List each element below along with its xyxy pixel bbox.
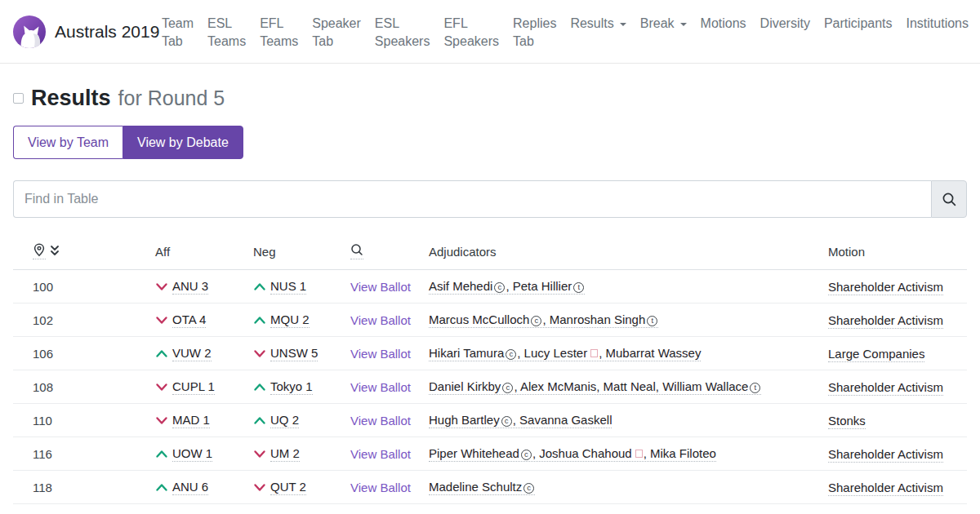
ballot-cell: View Ballot [350,481,429,494]
view-by-team-button[interactable]: View by Team [13,126,122,159]
tournament-title: Australs 2019 [55,22,159,42]
team-name[interactable]: CUPL 1 [172,379,215,395]
nav-item-break[interactable]: Break [640,15,687,33]
adjudicator-name[interactable]: Asif Mehedi [429,279,492,293]
motion-cell: Shareholder Activism [828,447,967,461]
nav-item-institutions[interactable]: Institutions [906,15,969,33]
adjudicators-cell: Hugh Bartleyc, Savanna Gaskell [429,413,828,427]
adjudicator-name[interactable]: Hugh Bartley [429,413,500,427]
caret-down-icon [620,23,626,26]
nav-item-participants[interactable]: Participants [824,15,893,33]
adjudicator-name[interactable]: Peta Hillier [513,279,572,293]
adjudicator-name[interactable]: Savanna Gaskell [519,413,612,427]
adjudicator-name[interactable]: Mubarrat Wassey [605,346,701,360]
view-ballot-link[interactable]: View Ballot [350,347,411,361]
view-ballot-link[interactable]: View Ballot [350,313,411,327]
team-name[interactable]: UM 2 [270,446,300,462]
view-ballot-link[interactable]: View Ballot [350,414,411,428]
nav-item-replies-tab[interactable]: Replies Tab [513,15,556,51]
team-name[interactable]: UQ 2 [270,413,299,428]
page-title-text: Results [31,86,111,111]
navbar: Australs 2019 Team TabESL TeamsEFL Teams… [0,0,980,64]
team-name[interactable]: Tokyo 1 [270,379,313,395]
adjudicator-name[interactable]: Hikari Tamura [429,346,504,360]
page-subtitle: for Round 5 [118,86,225,110]
adjudicator-name[interactable]: Mika Filoteo [650,446,716,460]
nav-item-speaker-tab[interactable]: Speaker Tab [312,15,361,51]
adjudicators-list[interactable]: Asif Mehedic, Peta Hilliert [429,279,585,295]
nav-item-results[interactable]: Results [570,15,626,33]
table-row: 106VUW 2UNSW 5View BallotHikari Tamurac,… [13,337,967,370]
adjudicators-list[interactable]: Hikari Tamurac, Lucy Lester, Mubarrat Wa… [429,346,701,361]
adjudicator-name[interactable]: Madeline Schultz [429,480,522,494]
adjudicator-name[interactable]: Manroshan Singh [550,312,646,326]
nav-item-motions[interactable]: Motions [701,15,746,33]
team-name[interactable]: VUW 2 [172,346,212,361]
motion-text[interactable]: Shareholder Activism [828,481,943,496]
motion-text[interactable]: Shareholder Activism [828,280,943,295]
debate-number: 116 [33,447,155,461]
motion-text[interactable]: Large Companies [828,347,924,362]
win-up-icon [253,383,266,392]
nav-item-efl-speakers[interactable]: EFL Speakers [443,15,499,51]
team-name[interactable]: UNSW 5 [270,346,318,361]
view-ballot-link[interactable]: View Ballot [350,481,411,494]
nav-item-esl-speakers[interactable]: ESL Speakers [375,15,430,51]
team-name[interactable]: UOW 1 [172,446,212,462]
team-name[interactable]: MQU 2 [270,312,310,328]
adjudicator-name[interactable]: Piper Whitehead [429,446,519,460]
motion-cell: Shareholder Activism [828,481,967,494]
team-name[interactable]: OTA 4 [172,312,206,328]
view-ballot-link[interactable]: View Ballot [350,447,411,461]
team-name[interactable]: NUS 1 [270,279,306,295]
aff-team-cell: CUPL 1 [155,379,253,395]
adjudicator-name[interactable]: William Wallace [662,379,748,393]
nav-item-diversity[interactable]: Diversity [760,15,810,33]
view-ballot-link[interactable]: View Ballot [350,280,411,294]
ballot-column-icon [350,243,363,259]
trainee-icon: t [573,282,584,293]
view-toggle-group: View by Team View by Debate [13,126,243,159]
team-name[interactable]: ANU 6 [172,480,208,495]
aff-team-cell: ANU 3 [155,279,253,295]
table-row: 118ANU 6QUT 2View BallotMadeline Schultz… [13,471,967,504]
team-name[interactable]: MAD 1 [172,413,210,428]
main-content: Results for Round 5 View by Team View by… [0,86,980,514]
table-row: 102OTA 4MQU 2View BallotMarcus McCulloch… [13,304,967,337]
page-title: Results for Round 5 [13,86,967,110]
adjudicator-name[interactable]: Alex McManis [520,379,596,393]
search-input[interactable] [13,180,931,218]
motion-text[interactable]: Shareholder Activism [828,313,943,329]
adjudicator-name[interactable]: Matt Neal [604,379,656,393]
adjudicators-list[interactable]: Hugh Bartleyc, Savanna Gaskell [429,413,612,428]
venue-pin-icon[interactable] [33,243,46,259]
brand-home-link[interactable]: Australs 2019 [13,0,159,63]
unknown-glyph-icon [635,450,643,458]
view-by-debate-button[interactable]: View by Debate [122,126,243,159]
chair-icon: c [494,282,505,293]
motion-text[interactable]: Shareholder Activism [828,447,943,463]
motion-text[interactable]: Shareholder Activism [828,380,943,396]
win-up-icon [155,349,168,358]
neg-team-cell: QUT 2 [253,480,350,495]
adjudicator-name[interactable]: Lucy Lester [524,346,588,360]
adjudicators-list[interactable]: Madeline Schultzc [429,480,535,495]
adjudicators-list[interactable]: Daniel Kirkbyc, Alex McManis, Matt Neal,… [429,379,761,395]
sort-icon[interactable] [49,244,60,259]
adjudicator-name[interactable]: Daniel Kirkby [429,379,501,393]
team-name[interactable]: QUT 2 [270,480,306,495]
search-button[interactable] [931,180,967,218]
adjudicators-list[interactable]: Piper Whiteheadc, Joshua Chahoud, Mika F… [429,446,716,462]
nav-item-team-tab[interactable]: Team Tab [162,15,194,51]
nav-item-efl-teams[interactable]: EFL Teams [260,15,298,51]
nav-item-esl-teams[interactable]: ESL Teams [207,15,246,51]
aff-team-cell: ANU 6 [155,480,253,495]
adjudicator-name[interactable]: Marcus McCulloch [429,312,529,326]
motion-text[interactable]: Stonks [828,414,866,429]
view-ballot-link[interactable]: View Ballot [350,380,411,394]
adjudicator-name[interactable]: Joshua Chahoud [539,446,631,460]
team-name[interactable]: ANU 3 [172,279,208,295]
table-body: 100ANU 3NUS 1View BallotAsif Mehedic, Pe… [13,270,967,514]
adjudicators-list[interactable]: Marcus McCullochc, Manroshan Singht [429,312,658,328]
ballot-cell: View Ballot [350,313,429,327]
